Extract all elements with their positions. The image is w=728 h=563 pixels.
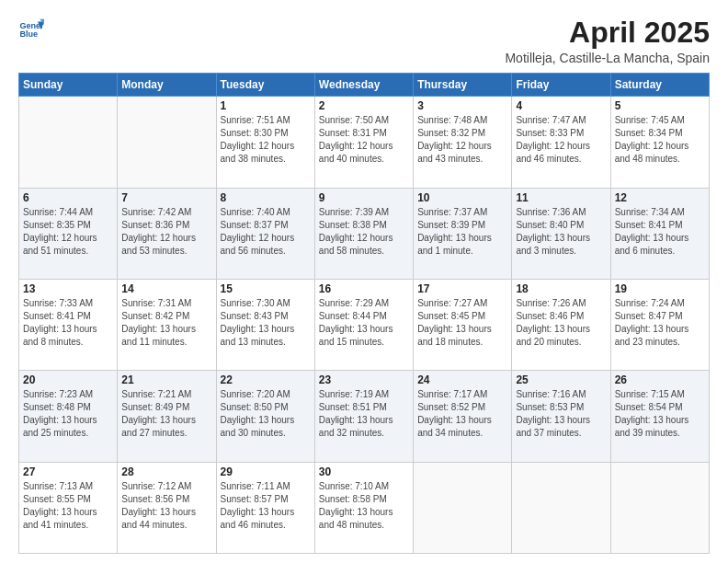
- cell-info: Sunset: 8:46 PM: [516, 310, 606, 323]
- cell-info: Sunset: 8:49 PM: [121, 401, 211, 414]
- calendar-week-4: 20Sunrise: 7:23 AMSunset: 8:48 PMDayligh…: [19, 371, 710, 462]
- day-number: 17: [417, 282, 507, 295]
- table-row: 1Sunrise: 7:51 AMSunset: 8:30 PMDaylight…: [216, 97, 314, 188]
- calendar-week-3: 13Sunrise: 7:33 AMSunset: 8:41 PMDayligh…: [19, 279, 710, 370]
- day-number: 16: [319, 282, 409, 295]
- cell-info: Daylight: 13 hours: [23, 506, 113, 519]
- cell-info: and 3 minutes.: [516, 245, 606, 258]
- day-number: 6: [23, 191, 113, 204]
- cell-info: Daylight: 12 hours: [221, 232, 311, 245]
- cell-info: Daylight: 13 hours: [319, 506, 409, 519]
- table-row: 16Sunrise: 7:29 AMSunset: 8:44 PMDayligh…: [314, 279, 413, 370]
- day-number: 23: [319, 373, 409, 386]
- day-number: 1: [221, 99, 311, 112]
- cell-info: Sunrise: 7:37 AM: [417, 206, 507, 219]
- table-row: 9Sunrise: 7:39 AMSunset: 8:38 PMDaylight…: [314, 188, 413, 279]
- cell-info: and 27 minutes.: [121, 427, 211, 440]
- calendar-table: Sunday Monday Tuesday Wednesday Thursday…: [18, 73, 710, 554]
- cell-info: Sunrise: 7:17 AM: [417, 388, 507, 401]
- cell-info: and 43 minutes.: [417, 153, 507, 166]
- day-number: 2: [319, 99, 409, 112]
- cell-info: and 51 minutes.: [23, 245, 113, 258]
- cell-info: and 46 minutes.: [221, 519, 311, 532]
- cell-info: and 23 minutes.: [615, 336, 705, 349]
- cell-info: Sunrise: 7:51 AM: [221, 114, 311, 127]
- cell-info: Daylight: 13 hours: [121, 506, 211, 519]
- cell-info: Sunset: 8:42 PM: [121, 310, 211, 323]
- cell-info: Sunrise: 7:13 AM: [23, 480, 113, 493]
- table-row: 18Sunrise: 7:26 AMSunset: 8:46 PMDayligh…: [512, 279, 610, 370]
- table-row: 20Sunrise: 7:23 AMSunset: 8:48 PMDayligh…: [19, 371, 118, 462]
- col-tuesday: Tuesday: [216, 74, 314, 97]
- cell-info: Sunset: 8:45 PM: [417, 310, 507, 323]
- table-row: 17Sunrise: 7:27 AMSunset: 8:45 PMDayligh…: [414, 279, 512, 370]
- cell-info: Sunset: 8:43 PM: [221, 310, 311, 323]
- cell-info: Sunrise: 7:39 AM: [319, 206, 409, 219]
- day-number: 21: [121, 373, 211, 386]
- table-row: 7Sunrise: 7:42 AMSunset: 8:36 PMDaylight…: [118, 188, 216, 279]
- cell-info: Sunset: 8:36 PM: [121, 219, 211, 232]
- day-number: 4: [516, 99, 606, 112]
- cell-info: Sunrise: 7:47 AM: [516, 114, 606, 127]
- cell-info: Sunrise: 7:27 AM: [417, 297, 507, 310]
- cell-info: Sunrise: 7:21 AM: [121, 388, 211, 401]
- cell-info: Daylight: 12 hours: [417, 140, 507, 153]
- calendar-week-5: 27Sunrise: 7:13 AMSunset: 8:55 PMDayligh…: [19, 462, 710, 553]
- day-number: 24: [417, 373, 507, 386]
- cell-info: Daylight: 13 hours: [516, 232, 606, 245]
- table-row: 4Sunrise: 7:47 AMSunset: 8:33 PMDaylight…: [512, 97, 610, 188]
- cell-info: and 8 minutes.: [23, 336, 113, 349]
- cell-info: Sunrise: 7:44 AM: [23, 206, 113, 219]
- cell-info: Sunset: 8:35 PM: [23, 219, 113, 232]
- cell-info: Sunset: 8:52 PM: [417, 401, 507, 414]
- cell-info: and 13 minutes.: [221, 336, 311, 349]
- cell-info: Daylight: 13 hours: [221, 414, 311, 427]
- cell-info: Sunrise: 7:26 AM: [516, 297, 606, 310]
- day-number: 28: [121, 465, 211, 478]
- day-number: 8: [221, 191, 311, 204]
- day-number: 12: [615, 191, 705, 204]
- cell-info: Sunrise: 7:10 AM: [319, 480, 409, 493]
- cell-info: Daylight: 13 hours: [23, 323, 113, 336]
- cell-info: Sunrise: 7:29 AM: [319, 297, 409, 310]
- cell-info: Daylight: 13 hours: [319, 414, 409, 427]
- cell-info: Sunset: 8:32 PM: [417, 127, 507, 140]
- cell-info: Sunset: 8:53 PM: [516, 401, 606, 414]
- cell-info: Daylight: 13 hours: [23, 414, 113, 427]
- cell-info: Daylight: 13 hours: [615, 323, 705, 336]
- cell-info: Sunrise: 7:50 AM: [319, 114, 409, 127]
- col-monday: Monday: [118, 74, 216, 97]
- cell-info: and 41 minutes.: [23, 519, 113, 532]
- day-number: 26: [615, 373, 705, 386]
- day-number: 13: [23, 282, 113, 295]
- calendar-week-1: 1Sunrise: 7:51 AMSunset: 8:30 PMDaylight…: [19, 97, 710, 188]
- cell-info: and 30 minutes.: [221, 427, 311, 440]
- cell-info: Sunset: 8:58 PM: [319, 493, 409, 506]
- cell-info: Daylight: 12 hours: [319, 232, 409, 245]
- cell-info: Sunrise: 7:19 AM: [319, 388, 409, 401]
- cell-info: Daylight: 13 hours: [417, 232, 507, 245]
- cell-info: Daylight: 13 hours: [615, 414, 705, 427]
- cell-info: Daylight: 13 hours: [221, 506, 311, 519]
- header-row: Sunday Monday Tuesday Wednesday Thursday…: [19, 74, 710, 97]
- col-wednesday: Wednesday: [314, 74, 413, 97]
- cell-info: and 56 minutes.: [221, 245, 311, 258]
- table-row: 5Sunrise: 7:45 AMSunset: 8:34 PMDaylight…: [610, 97, 709, 188]
- cell-info: and 58 minutes.: [319, 245, 409, 258]
- logo-icon: General Blue: [18, 17, 44, 42]
- header: General Blue April 2025 Motilleja, Casti…: [18, 17, 710, 65]
- page: General Blue April 2025 Motilleja, Casti…: [0, 0, 728, 563]
- table-row: 8Sunrise: 7:40 AMSunset: 8:37 PMDaylight…: [216, 188, 314, 279]
- title-block: April 2025 Motilleja, Castille-La Mancha…: [505, 17, 710, 65]
- cell-info: Sunrise: 7:15 AM: [615, 388, 705, 401]
- calendar-week-2: 6Sunrise: 7:44 AMSunset: 8:35 PMDaylight…: [19, 188, 710, 279]
- day-number: 14: [121, 282, 211, 295]
- cell-info: Sunrise: 7:48 AM: [417, 114, 507, 127]
- day-number: 5: [615, 99, 705, 112]
- cell-info: Daylight: 13 hours: [417, 323, 507, 336]
- sub-title: Motilleja, Castille-La Mancha, Spain: [505, 51, 710, 65]
- cell-info: Sunrise: 7:12 AM: [121, 480, 211, 493]
- cell-info: Sunset: 8:31 PM: [319, 127, 409, 140]
- cell-info: Sunrise: 7:16 AM: [516, 388, 606, 401]
- day-number: 3: [417, 99, 507, 112]
